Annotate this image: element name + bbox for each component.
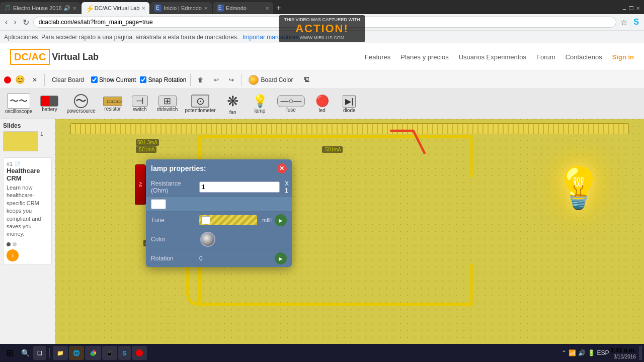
show-current-checkbox[interactable]: Show Current [91,76,136,83]
led-icon: 🔴 [315,95,329,108]
component-battery[interactable]: battery [36,94,62,114]
rotation-label: Rotation [151,255,196,262]
component-resistor[interactable]: ▭▭▭ resistor [100,95,126,113]
component-led[interactable]: 🔴 led [309,93,335,115]
undo-btn[interactable]: ↩ [211,75,222,84]
dtdswitch-label: dtdswitch [157,107,178,112]
close-board-btn[interactable]: ✕ [29,75,40,84]
snap-rotation-checkbox[interactable]: Snap Rotation [140,76,186,83]
nav-signin[interactable]: Sign in [612,53,634,61]
forward-button[interactable]: › [12,17,18,28]
tab-dcac[interactable]: ⚡ DC/AC Virtual Lab ✕ [82,2,150,14]
rotation-play-btn[interactable]: ▶ [275,252,287,264]
show-desktop-btn[interactable] [639,346,642,360]
taskbar: ⊞ 🔍 ❑ 📁 🌐 📱 S ⌃ 📶 🔊 🔋 ESP 3:41 a.m. 3/10… [0,344,644,362]
taskbar-android[interactable]: 📱 [102,346,117,360]
dialog-close-btn[interactable]: ✕ [277,163,287,173]
tune-slider-thumb[interactable] [201,216,210,224]
multiplier-label: X 1 [285,180,289,194]
clear-board-btn[interactable]: Clear Board [49,75,87,84]
component-fuse[interactable]: —○— fuse [274,94,308,114]
taskbar-explorer[interactable]: 📁 [53,346,68,360]
rotation-value: 0 [199,255,272,262]
tray-battery[interactable]: 🔋 [588,349,595,356]
bookmark-button[interactable]: ☆ [618,17,629,28]
tray-network[interactable]: 📶 [569,349,576,356]
slider-thumb[interactable] [151,199,166,209]
ad-panel: #1 📄 Healthcare CRM Learn how healthcare… [3,157,52,265]
component-oscilloscope[interactable]: 〜〜 oscilloscope [2,92,35,116]
taskbar-red-app[interactable] [132,346,147,360]
smiley-icon[interactable]: 😊 [15,75,25,84]
tray-up-icon[interactable]: ⌃ [561,349,567,356]
tab-edmodo[interactable]: E Edmodo ✕ [213,2,273,14]
taskbar-search-btn[interactable]: 🔍 [18,346,32,360]
tab-favicon-2: ⚡ [86,5,93,12]
tab-favicon-3: E [154,5,162,12]
switch-icon: ⊣ [132,96,148,107]
logo-dc-text: DC/AC [10,49,50,65]
component-potentiometer[interactable]: ⊙ potentiometer [182,93,218,115]
taskview-btn[interactable]: ❑ [33,346,46,360]
trash-btn[interactable]: 🗑 [195,75,207,84]
tune-slider[interactable] [199,215,257,225]
site-nav: Features Planes y precios Usuarios Exper… [365,53,634,61]
new-tab-btn[interactable]: + [274,2,281,14]
color-picker[interactable] [200,232,215,247]
component-powersource[interactable]: 〜 powersource [63,93,98,115]
tab-close-3[interactable]: ✕ [204,6,208,11]
tab-label-3: Inicio | Edmodo [164,5,202,11]
tab-bar: 🎵 Electro House 2016 🔊 ✕ ⚡ DC/AC Virtual… [0,0,644,14]
nav-features[interactable]: Features [365,53,390,61]
nav-contactenos[interactable]: Contáctenos [566,53,602,61]
board-color-label: Board Color [261,76,293,83]
slide-thumbnail[interactable] [3,131,38,151]
refresh-button[interactable]: ↻ [21,17,31,28]
component-lamp[interactable]: 💡 lamp [247,93,273,115]
taskbar-chrome[interactable] [85,346,101,360]
redo-btn[interactable]: ↪ [226,75,237,84]
taskbar-sep [49,348,50,358]
tune-play-btn[interactable]: ▶ [275,214,287,226]
nav-usuarios[interactable]: Usuarios Experimentos [459,53,526,61]
tray-volume[interactable]: 🔊 [578,349,586,356]
taskbar-skype[interactable]: S [118,346,131,360]
import-bookmarks-link[interactable]: Importar marcadores... [243,34,303,41]
resistance-input[interactable] [199,182,280,193]
tab-close-1[interactable]: ✕ [72,6,76,11]
stop-button[interactable] [4,76,11,83]
chrome-icon [89,349,97,357]
taskbar-time[interactable]: 3:41 a.m. 3/10/2016 [610,347,636,359]
dialog-slider-section [146,197,292,212]
powersource-icon: 〜 [74,94,88,108]
board-color-btn[interactable]: Board Color [246,74,296,86]
tab-close-2[interactable]: ✕ [141,6,145,11]
address-input[interactable] [33,17,617,28]
component-dtdswitch[interactable]: ⊞ dtdswitch [154,94,181,114]
skype-ext-button[interactable]: S [631,17,641,28]
tune-label: Tune [151,217,196,224]
start-button[interactable]: ⊞ [2,345,17,360]
layout-btn[interactable]: 🏗 [300,75,312,84]
tab-close-4[interactable]: ✕ [265,6,269,11]
nav-forum[interactable]: Forum [536,53,555,61]
start-icon: ⊞ [6,347,14,358]
back-button[interactable]: ‹ [3,17,10,28]
nav-planes[interactable]: Planes y precios [400,53,448,61]
ad-next-btn[interactable]: › [7,249,19,261]
toolbar: 😊 ✕ Clear Board Show Current Snap Rotati… [0,71,644,89]
board-color-circle [249,75,259,85]
system-tray: ⌃ 📶 🔊 🔋 ESP [561,349,609,356]
tab-electro-house[interactable]: 🎵 Electro House 2016 🔊 ✕ [0,2,80,14]
red-app-icon [136,349,143,356]
taskbar-browser[interactable]: 🌐 [69,346,84,360]
tab-edmodo-inicio[interactable]: E Inicio | Edmodo ✕ [150,2,212,14]
canvas-area[interactable]: 5V 💡 501.3mA -501mA -501mA -50 lamp prop… [55,119,644,362]
bookmarks-bar: Aplicaciones Para acceder rápido a una p… [0,30,644,43]
component-diode[interactable]: ▶| diode [336,94,362,115]
site-logo[interactable]: DC/AC Virtual Lab [10,49,99,65]
component-fan[interactable]: ❋ fan [220,92,246,117]
diode-icon: ▶| [343,95,356,108]
battery-label: battery [42,107,57,112]
component-switch[interactable]: ⊣ switch [127,94,153,114]
